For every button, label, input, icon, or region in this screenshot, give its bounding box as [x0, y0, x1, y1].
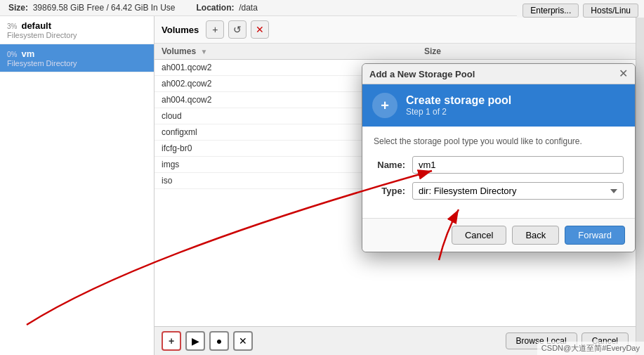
- hosts-button[interactable]: Hosts/Linu: [583, 4, 638, 18]
- col-header-size: Size: [417, 44, 636, 60]
- sidebar-item-default[interactable]: 3% default Filesystem Directory: [0, 16, 154, 44]
- enterprise-button[interactable]: Enterpris...: [523, 4, 579, 18]
- name-form-row: Name:: [374, 156, 624, 174]
- top-right-bar: Enterpris... Hosts/Linu: [517, 4, 644, 18]
- cancel-button[interactable]: Cancel: [452, 226, 506, 245]
- modal-header-icon: +: [372, 93, 397, 118]
- modal-close-button[interactable]: ✕: [619, 68, 628, 79]
- type-select[interactable]: dir: Filesystem Directorydisk: Physical …: [412, 182, 624, 200]
- play-button[interactable]: ▶: [185, 331, 205, 351]
- modal-main-title: Create storage pool: [406, 94, 511, 107]
- sidebar-item-vm[interactable]: 0% vm Filesystem Directory: [0, 44, 154, 72]
- watermark: CSDN@大道至简#EveryDay: [537, 342, 644, 355]
- remove-volume-button[interactable]: ✕: [251, 20, 269, 39]
- size-label: Size: 39869.58 GiB Free / 64.42 GiB In U…: [8, 3, 175, 13]
- stop-button[interactable]: ●: [209, 331, 229, 351]
- sidebar-item-percent-vm: 0%: [7, 51, 17, 58]
- volumes-toolbar: Volumes + ↺ ✕: [155, 16, 636, 44]
- name-input[interactable]: [412, 156, 624, 174]
- sidebar-item-sub-default: Filesystem Directory: [7, 31, 147, 39]
- back-button[interactable]: Back: [512, 226, 559, 245]
- modal-header: + Create storage pool Step 1 of 2: [362, 84, 635, 127]
- modal-description: Select the storage pool type you would l…: [374, 136, 624, 146]
- sort-arrow-volumes: ▼: [200, 48, 207, 56]
- modal-header-text: Create storage pool Step 1 of 2: [406, 94, 511, 117]
- main-window: Size: 39869.58 GiB Free / 64.42 GiB In U…: [0, 0, 644, 355]
- sidebar-item-name-default: default: [7, 20, 147, 31]
- modal-title-bar: Add a New Storage Pool ✕: [362, 64, 635, 84]
- volumes-label: Volumes: [162, 25, 199, 35]
- right-strip: [636, 16, 644, 355]
- name-label: Name:: [374, 160, 405, 170]
- modal-add-storage-pool: Add a New Storage Pool ✕ + Create storag…: [362, 63, 636, 252]
- sidebar: 3% default Filesystem Directory 0% vm Fi…: [0, 16, 155, 355]
- type-label: Type:: [374, 186, 405, 196]
- add-volume-button[interactable]: +: [206, 20, 224, 39]
- sidebar-item-sub-vm: Filesystem Directory: [7, 59, 147, 67]
- modal-body: Select the storage pool type you would l…: [362, 127, 635, 218]
- modal-sub-title: Step 1 of 2: [406, 107, 511, 117]
- forward-button[interactable]: Forward: [565, 226, 625, 245]
- sidebar-item-percent-default: 3%: [7, 22, 17, 30]
- type-form-row: Type: dir: Filesystem Directorydisk: Phy…: [374, 182, 624, 200]
- refresh-volume-button[interactable]: ↺: [228, 20, 247, 39]
- sidebar-item-name-vm: vm: [7, 49, 147, 59]
- col-header-volumes: Volumes ▼: [155, 44, 417, 60]
- modal-title: Add a New Storage Pool: [369, 69, 475, 79]
- modal-footer: Cancel Back Forward: [362, 218, 635, 252]
- add-pool-button[interactable]: +: [162, 331, 181, 351]
- remove-button[interactable]: ✕: [233, 331, 253, 351]
- location-label: Location: /data: [196, 3, 257, 13]
